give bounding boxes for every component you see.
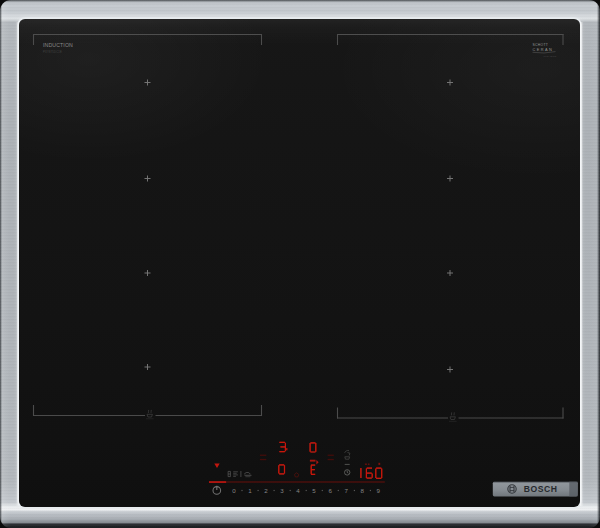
svg-text:1: 1 [248, 487, 252, 494]
svg-text:0: 0 [232, 487, 236, 494]
svg-text:PXY875DC1E: PXY875DC1E [43, 50, 62, 54]
svg-text:BOSCH: BOSCH [524, 484, 558, 494]
svg-text:2: 2 [264, 487, 268, 494]
svg-text:CERAN: CERAN [533, 47, 554, 52]
svg-text:INDUCTION: INDUCTION [43, 42, 73, 48]
svg-text:6: 6 [328, 487, 332, 494]
svg-text:9: 9 [377, 487, 381, 494]
svg-text:MIRADUR: MIRADUR [544, 55, 557, 58]
svg-text:8: 8 [361, 487, 365, 494]
svg-text:5: 5 [312, 487, 316, 494]
svg-text:7: 7 [344, 487, 348, 494]
svg-text:3: 3 [280, 487, 284, 494]
svg-text:4: 4 [296, 487, 300, 494]
